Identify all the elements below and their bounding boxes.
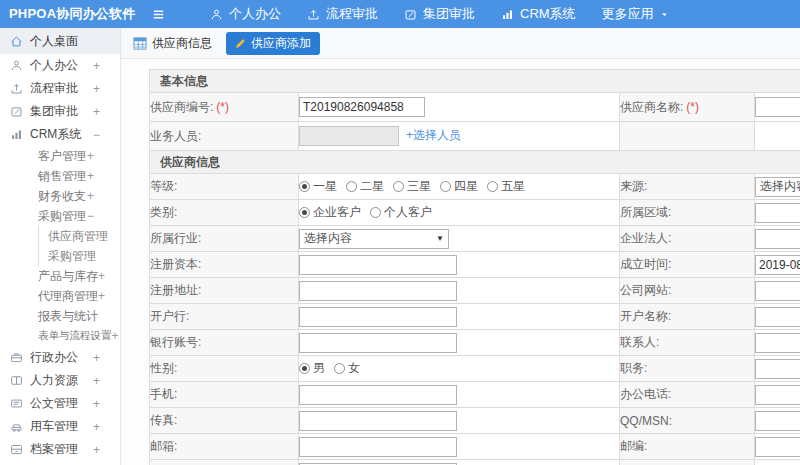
sidebar-item-partial-bottom-item[interactable] — [0, 461, 120, 465]
staff-picker-input[interactable] — [299, 126, 399, 146]
form-row: 传真:QQ/MSN: — [150, 408, 800, 434]
field-cell — [755, 434, 800, 460]
nav-process-approval[interactable]: 流程审批 — [307, 5, 378, 23]
sidebar-item-form-process-settings[interactable]: 表单与流程设置+ — [0, 326, 120, 346]
sidebar-item-crm-system[interactable]: CRM系统− — [0, 123, 120, 146]
field-cell — [299, 330, 620, 356]
sidebar-item-purchase-mgmt[interactable]: 采购管理− — [0, 206, 120, 226]
sidebar-item-hr[interactable]: 人力资源+ — [0, 369, 120, 392]
form-section-header-row: 基本信息 — [150, 70, 800, 93]
sidebar-item-customer-mgmt[interactable]: 客户管理+ — [0, 146, 120, 166]
nav-group-approval[interactable]: 集团审批 — [404, 5, 475, 23]
expand-toggle: + — [93, 105, 100, 119]
field-cell — [755, 382, 800, 408]
briefcase-icon — [10, 351, 23, 364]
bank-account-input[interactable] — [299, 333, 457, 353]
sidebar-item-process-approval[interactable]: 流程审批+ — [0, 77, 120, 100]
sidebar-item-supplier-mgmt[interactable]: 供应商管理 — [0, 226, 120, 246]
sidebar-item-doc-mgmt[interactable]: 公文管理+ — [0, 392, 120, 415]
nav-personal-office[interactable]: 个人办公 — [210, 5, 281, 23]
contact-input[interactable] — [755, 333, 800, 353]
tab-supplier-add[interactable]: 供应商添加 — [226, 32, 320, 55]
tab-supplier-info[interactable]: 供应商信息 — [133, 35, 212, 52]
sidebar-item-label: 行政办公 — [30, 349, 78, 366]
sidebar-item-label: CRM系统 — [30, 126, 81, 143]
fax-input[interactable] — [299, 411, 457, 431]
radio-icon — [334, 363, 345, 374]
gender-radio-group-option[interactable]: 女 — [334, 360, 360, 377]
qq-msn-input[interactable] — [755, 411, 800, 431]
supplier-form-table: 基本信息供应商编号:(*)供应商名称:(*)业务人员:+选择人员供应商信息等级:… — [149, 69, 800, 465]
sidebar-item-admin-office[interactable]: 行政办公+ — [0, 346, 120, 369]
legal-person-input[interactable] — [755, 229, 800, 249]
field-label: 所属区域: — [620, 205, 671, 219]
required-mark: (*) — [216, 100, 229, 114]
expand-toggle: + — [93, 351, 100, 365]
field-label: 联系人: — [620, 335, 659, 349]
email-input[interactable] — [299, 437, 457, 457]
radio-icon — [299, 181, 310, 192]
supplier-code-input[interactable] — [299, 97, 425, 117]
sidebar-item-vehicle-mgmt[interactable]: 用车管理+ — [0, 415, 120, 438]
sidebar-item-label: 采购管理 — [48, 248, 96, 265]
registered-address-input[interactable] — [299, 281, 457, 301]
category-radio-group-option[interactable]: 个人客户 — [370, 204, 432, 221]
postcode-input[interactable] — [755, 437, 800, 457]
supplier-name-input[interactable] — [755, 97, 800, 117]
field-label-cell: 邮编: — [620, 434, 755, 460]
sidebar-item-purchase-mgmt-sub[interactable]: 采购管理 — [0, 246, 120, 266]
expand-toggle: + — [87, 169, 94, 183]
source-select[interactable]: 选择内容▼ — [755, 177, 800, 197]
field-label: 类别: — [150, 205, 177, 219]
supplier-add-form: 基本信息供应商编号:(*)供应商名称:(*)业务人员:+选择人员供应商信息等级:… — [149, 69, 800, 465]
expand-toggle: + — [93, 420, 100, 434]
nav-more-apps[interactable]: 更多应用 — [602, 5, 669, 23]
field-label-cell: QQ/MSN: — [620, 408, 755, 434]
level-radio-group-option[interactable]: 二星 — [346, 178, 384, 195]
sidebar-item-archive-mgmt[interactable]: 档案管理+ — [0, 438, 120, 461]
field-cell — [755, 330, 800, 356]
sidebar-item-personal-desktop[interactable]: 个人桌面 — [0, 28, 120, 54]
bank-input[interactable] — [299, 307, 457, 327]
menu-toggle-icon[interactable] — [151, 7, 166, 22]
sidebar-item-group-approval[interactable]: 集团审批+ — [0, 100, 120, 123]
field-label: QQ/MSN: — [620, 414, 672, 428]
sidebar-item-personal-office[interactable]: 个人办公+ — [0, 54, 120, 77]
sidebar-item-finance[interactable]: 财务收支+ — [0, 186, 120, 206]
radio-option-label: 个人客户 — [384, 204, 432, 221]
sidebar-item-sales-mgmt[interactable]: 销售管理+ — [0, 166, 120, 186]
form-row: 注册资本:成立时间: — [150, 252, 800, 278]
choose-staff-link[interactable]: +选择人员 — [406, 128, 461, 142]
sidebar-item-label: 公文管理 — [30, 395, 78, 412]
level-radio-group-option[interactable]: 五星 — [487, 178, 525, 195]
caret-down-icon — [660, 10, 669, 19]
sidebar-item-agent-mgmt[interactable]: 代理商管理+ — [0, 286, 120, 306]
gender-radio-group-option[interactable]: 男 — [299, 360, 325, 377]
level-radio-group-option[interactable]: 一星 — [299, 178, 337, 195]
industry-select[interactable]: 选择内容▼ — [299, 229, 449, 249]
radio-option-label: 五星 — [501, 178, 525, 195]
nav-crm-system[interactable]: CRM系统 — [501, 5, 576, 23]
established-date-input[interactable] — [755, 255, 800, 275]
user-icon — [210, 8, 223, 21]
mobile-input[interactable] — [299, 385, 457, 405]
registered-capital-input[interactable] — [299, 255, 457, 275]
category-radio-group-option[interactable]: 企业客户 — [299, 204, 361, 221]
region-input[interactable] — [755, 203, 800, 223]
radio-icon — [393, 181, 404, 192]
nav-process-approval-label: 流程审批 — [326, 5, 378, 23]
sidebar-item-product-inventory[interactable]: 产品与库存+ — [0, 266, 120, 286]
account-name-input[interactable] — [755, 307, 800, 327]
position-input[interactable] — [755, 359, 800, 379]
expand-toggle: + — [93, 443, 100, 457]
expand-toggle: + — [93, 374, 100, 388]
field-cell — [299, 278, 620, 304]
field-cell — [755, 200, 800, 226]
office-phone-input[interactable] — [755, 385, 800, 405]
radio-option-label: 男 — [313, 360, 325, 377]
level-radio-group-option[interactable]: 三星 — [393, 178, 431, 195]
tab-bar: 供应商信息供应商添加 — [121, 28, 800, 59]
sidebar-item-reports-stats[interactable]: 报表与统计 — [0, 306, 120, 326]
company-website-input[interactable] — [755, 281, 800, 301]
level-radio-group-option[interactable]: 四星 — [440, 178, 478, 195]
